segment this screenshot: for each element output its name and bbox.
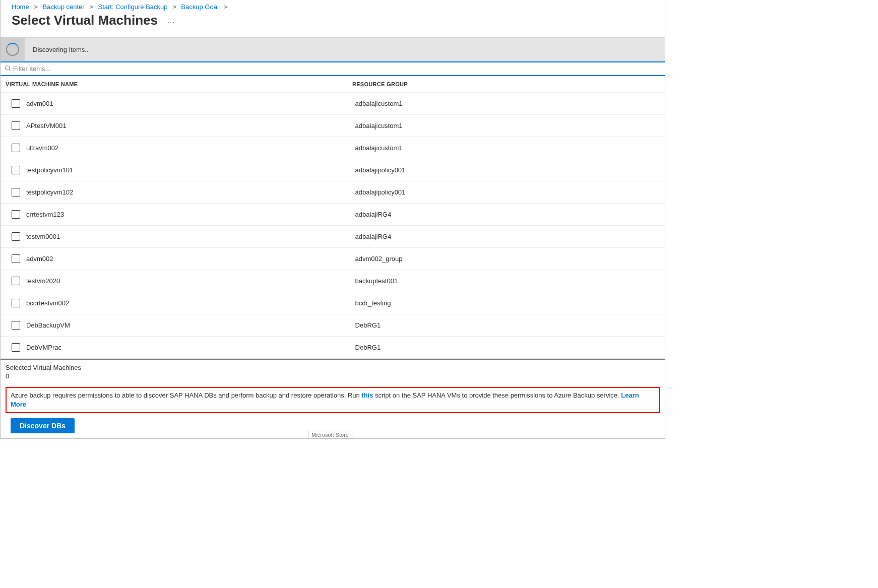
breadcrumb: Home > Backup center > Start: Configure …: [1, 0, 665, 11]
resource-group-label: adbalajiRG4: [355, 211, 660, 218]
table-row: DebVMPracDebRG1: [1, 337, 665, 359]
breadcrumb-backup-center[interactable]: Backup center: [43, 3, 85, 11]
vm-name-cell: DebVMPrac: [12, 343, 355, 352]
resource-group-label: adbalajicustom1: [355, 100, 660, 107]
table-row: testvm2020backuptest001: [1, 270, 665, 292]
col-header-resource-group: RESOURCE GROUP: [352, 81, 660, 87]
resource-group-label: DebRG1: [355, 321, 660, 329]
breadcrumb-backup-goal[interactable]: Backup Goal: [181, 3, 218, 11]
vm-name-label: ultravm002: [26, 144, 58, 152]
table-header: VIRTUAL MACHINE NAME RESOURCE GROUP: [1, 76, 665, 93]
svg-point-0: [6, 66, 10, 70]
table-row: advm002advm002_group: [1, 248, 665, 270]
status-bar: Discovering Items..: [1, 37, 665, 61]
vm-name-label: testpolicyvm101: [26, 166, 73, 174]
vm-name-label: advm002: [26, 255, 53, 263]
table-row: advm001adbalajicustom1: [1, 93, 665, 115]
status-text: Discovering Items..: [33, 46, 89, 53]
vm-table-body: advm001adbalajicustom1APtestVM001adbalaj…: [1, 93, 665, 359]
filter-row: [1, 61, 665, 76]
resource-group-label: bcdr_testing: [355, 299, 660, 307]
ms-store-label: Microsoft Store: [308, 431, 352, 438]
resource-group-label: adbalajipolicy001: [355, 166, 660, 174]
chevron-right-icon: >: [89, 3, 93, 11]
chevron-right-icon: >: [34, 3, 38, 11]
vm-name-label: testvm2020: [26, 277, 60, 285]
loading-spinner-icon: [6, 43, 19, 56]
discover-dbs-button[interactable]: Discover DBs: [11, 418, 75, 433]
spinner-container: [1, 37, 25, 61]
vm-name-cell: bcdrtestvm002: [12, 299, 355, 307]
vm-name-label: DebBackupVM: [26, 321, 70, 329]
chevron-right-icon: >: [223, 3, 227, 11]
table-row: testpolicyvm101adbalajipolicy001: [1, 159, 665, 181]
vm-checkbox[interactable]: [12, 144, 20, 152]
chevron-right-icon: >: [172, 3, 176, 11]
vm-checkbox[interactable]: [12, 321, 20, 330]
table-row: crrtestvm123adbalajiRG4: [1, 204, 665, 226]
resource-group-label: advm002_group: [355, 255, 660, 263]
vm-name-cell: APtestVM001: [12, 121, 355, 130]
notice-text-mid: script on the SAP HANA VMs to provide th…: [373, 391, 621, 399]
vm-checkbox[interactable]: [12, 188, 20, 197]
resource-group-label: DebRG1: [355, 344, 660, 351]
breadcrumb-configure-backup[interactable]: Start: Configure Backup: [98, 3, 167, 11]
vm-checkbox[interactable]: [12, 121, 20, 130]
resource-group-label: adbalajicustom1: [355, 122, 660, 129]
permission-notice: Azure backup requires permissions to abl…: [6, 387, 660, 413]
vm-name-cell: advm001: [12, 99, 355, 108]
table-row: ultravm002adbalajicustom1: [1, 137, 665, 159]
col-header-vm-name: VIRTUAL MACHINE NAME: [6, 81, 352, 87]
vm-name-label: bcdrtestvm002: [26, 299, 69, 307]
more-button[interactable]: …: [167, 16, 175, 25]
vm-name-cell: testpolicyvm102: [12, 188, 355, 197]
table-row: APtestVM001adbalajicustom1: [1, 115, 665, 137]
vm-checkbox[interactable]: [12, 99, 20, 108]
vm-name-label: advm001: [26, 100, 53, 107]
vm-checkbox[interactable]: [12, 254, 20, 263]
vm-name-label: testpolicyvm102: [26, 188, 73, 196]
vm-name-cell: testvm2020: [12, 277, 355, 285]
table-row: bcdrtestvm002bcdr_testing: [1, 292, 665, 314]
vm-checkbox[interactable]: [12, 210, 20, 219]
vm-name-cell: testpolicyvm101: [12, 166, 355, 174]
page-title: Select Virtual Machines: [12, 13, 158, 28]
vm-name-cell: DebBackupVM: [12, 321, 355, 330]
resource-group-label: backuptest001: [355, 277, 660, 285]
vm-name-label: testvm0001: [26, 233, 60, 240]
vm-checkbox[interactable]: [12, 232, 20, 241]
notice-text-pre: Azure backup requires permissions to abl…: [11, 391, 361, 399]
this-script-link[interactable]: this: [361, 391, 373, 399]
svg-line-1: [9, 69, 11, 71]
table-row: testpolicyvm102adbalajipolicy001: [1, 181, 665, 204]
selected-count: 0: [1, 372, 665, 385]
filter-input[interactable]: [13, 64, 661, 74]
vm-name-cell: testvm0001: [12, 232, 355, 241]
vm-checkbox[interactable]: [12, 277, 20, 285]
vm-name-label: crrtestvm123: [26, 211, 64, 218]
vm-name-label: APtestVM001: [26, 122, 67, 129]
table-row: testvm0001adbalajiRG4: [1, 226, 665, 248]
resource-group-label: adbalajicustom1: [355, 144, 660, 152]
search-icon: [5, 65, 11, 73]
vm-checkbox[interactable]: [12, 299, 20, 307]
resource-group-label: adbalajipolicy001: [355, 188, 660, 196]
vm-checkbox[interactable]: [12, 166, 20, 174]
vm-name-cell: advm002: [12, 254, 355, 263]
vm-name-cell: crrtestvm123: [12, 210, 355, 219]
breadcrumb-home[interactable]: Home: [12, 3, 29, 11]
vm-name-label: DebVMPrac: [26, 344, 61, 351]
vm-name-cell: ultravm002: [12, 144, 355, 152]
vm-checkbox[interactable]: [12, 343, 20, 352]
selected-label: Selected Virtual Machines: [1, 360, 665, 372]
table-row: DebBackupVMDebRG1: [1, 314, 665, 337]
resource-group-label: adbalajiRG4: [355, 233, 660, 240]
